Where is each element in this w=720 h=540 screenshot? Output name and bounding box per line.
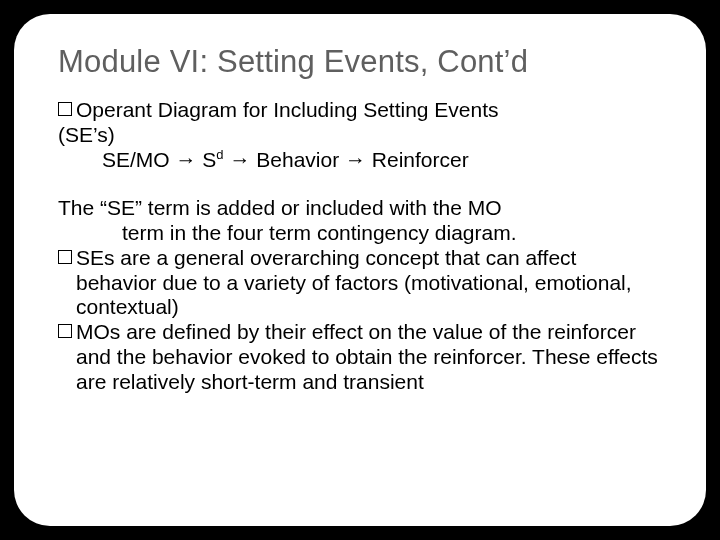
- bullet-3: MOs are defined by their effect on the v…: [58, 320, 662, 394]
- chain-sd-sup: d: [216, 147, 223, 162]
- operant-chain: SE/MO → Sd → Behavior → Reinforcer: [58, 148, 662, 173]
- square-bullet-icon: [58, 102, 72, 116]
- bullet-1-text: Operant Diagram for Including Setting Ev…: [76, 98, 662, 123]
- chain-se-mo: SE/MO: [102, 148, 176, 171]
- paragraph-1-line1: The “SE” term is added or included with …: [58, 196, 662, 221]
- arrow-icon: →: [345, 148, 366, 171]
- slide-title: Module VI: Setting Events, Cont’d: [58, 44, 662, 80]
- square-bullet-icon: [58, 324, 72, 338]
- chain-behavior: Behavior: [250, 148, 345, 171]
- slide-card: Module VI: Setting Events, Cont’d Operan…: [14, 14, 706, 526]
- bullet-1: Operant Diagram for Including Setting Ev…: [58, 98, 662, 123]
- bullet-2: SEs are a general overarching concept th…: [58, 246, 662, 320]
- slide-body: Operant Diagram for Including Setting Ev…: [58, 98, 662, 394]
- paragraph-1: The “SE” term is added or included with …: [58, 196, 662, 246]
- bullet-1-continuation: (SE’s): [58, 123, 662, 148]
- bullet-2-text: SEs are a general overarching concept th…: [76, 246, 662, 320]
- bullet-3-text: MOs are defined by their effect on the v…: [76, 320, 662, 394]
- chain-reinforcer: Reinforcer: [366, 148, 469, 171]
- chain-sd-pre: S: [197, 148, 217, 171]
- paragraph-1-line2: term in the four term contingency diagra…: [58, 221, 662, 246]
- square-bullet-icon: [58, 250, 72, 264]
- arrow-icon: →: [229, 148, 250, 171]
- arrow-icon: →: [176, 148, 197, 171]
